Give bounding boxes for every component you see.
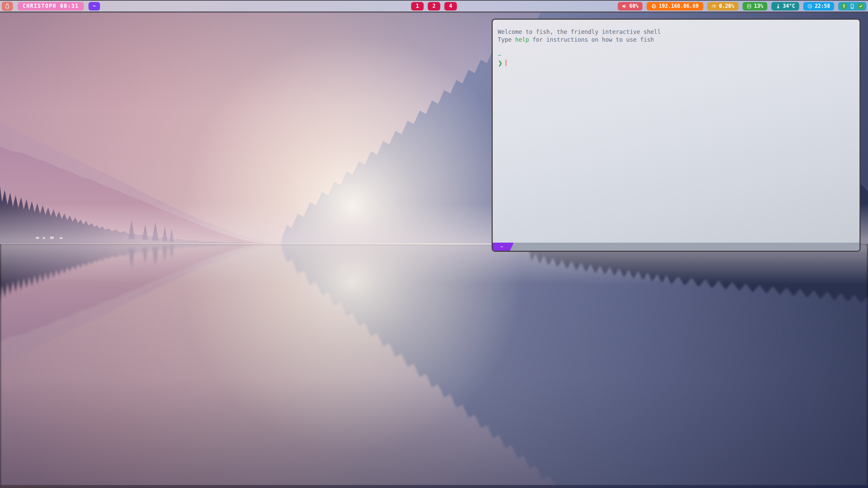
workspace-4[interactable]: 4 <box>445 2 457 11</box>
prompt-directory: ~ <box>498 52 855 59</box>
key-icon <box>842 4 846 8</box>
thermometer-icon <box>775 4 781 9</box>
prompt-chevron: ❯ <box>498 60 502 66</box>
speaker-icon <box>622 4 627 9</box>
status-bar-right: 60% 192.168.86.69 0.26% <box>618 2 868 11</box>
load-value: 0.26% <box>719 3 734 9</box>
terminal-tab-home[interactable]: ~ <box>493 243 514 251</box>
os-badge <box>2 2 13 11</box>
wallpaper-lake-reflection <box>0 243 868 488</box>
volume-value: 60% <box>629 3 638 9</box>
tray-phone-button[interactable] <box>850 3 855 9</box>
terminal-cursor <box>506 60 507 66</box>
ip-value: 192.168.86.69 <box>659 3 698 9</box>
workspace-1[interactable]: 1 <box>411 2 424 11</box>
current-dir-badge: ~ <box>88 2 100 11</box>
clock-badge: 22:58 <box>803 2 834 11</box>
water-shading <box>0 243 868 488</box>
water-bottom-edge <box>0 485 868 488</box>
gauge-icon <box>711 4 716 9</box>
status-bar: CHRISTOPH 00:31 ~ 1 2 4 60% <box>0 0 868 13</box>
temperature-badge: 34°C <box>771 2 799 11</box>
tray-check-button[interactable] <box>857 3 864 9</box>
blank-line <box>498 44 855 52</box>
tray-key-button[interactable] <box>841 3 847 9</box>
terminal-tab-bar: ~ <box>493 243 860 251</box>
check-icon <box>859 4 863 8</box>
linux-penguin-icon <box>4 3 10 9</box>
workspace-2[interactable]: 2 <box>428 2 440 11</box>
clock-icon <box>807 4 812 9</box>
phone-icon <box>850 3 855 9</box>
system-tray <box>838 2 866 11</box>
clock-value: 22:58 <box>815 3 830 9</box>
ip-badge: 192.168.86.69 <box>647 2 703 11</box>
prompt-line[interactable]: ❯ <box>498 59 855 67</box>
database-icon <box>747 4 752 9</box>
greeting-suffix: for instructions on how to use fish <box>529 36 654 43</box>
workspace-switcher: 1 2 4 <box>411 2 457 11</box>
terminal-content[interactable]: Welcome to fish, the friendly interactiv… <box>493 20 860 243</box>
desktop: Welcome to fish, the friendly interactiv… <box>0 0 868 488</box>
status-bar-left: CHRISTOPH 00:31 ~ <box>2 2 100 11</box>
fish-greeting-line2: Type help for instructions on how to use… <box>498 36 855 44</box>
disk-badge: 13% <box>743 2 767 11</box>
disk-value: 13% <box>754 3 763 9</box>
help-command: help <box>515 36 529 43</box>
greeting-prefix: Type <box>498 36 515 43</box>
fish-greeting-line1: Welcome to fish, the friendly interactiv… <box>498 28 855 36</box>
temperature-value: 34°C <box>783 3 795 9</box>
volume-badge: 60% <box>618 2 643 11</box>
terminal-window[interactable]: Welcome to fish, the friendly interactiv… <box>492 19 861 252</box>
globe-icon <box>651 4 656 9</box>
user-uptime-badge: CHRISTOPH 00:31 <box>18 2 84 11</box>
load-badge: 0.26% <box>707 2 738 11</box>
